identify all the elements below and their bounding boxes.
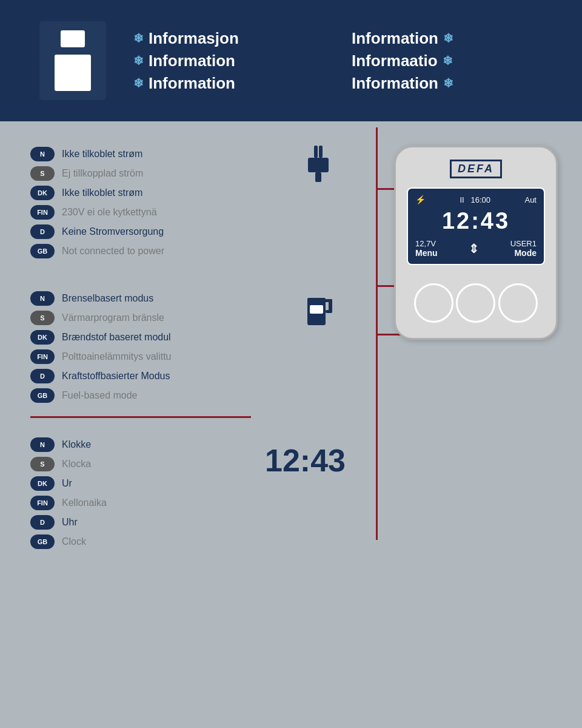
logo: [24, 12, 121, 109]
label-row-fin-power: FIN 230V ei ole kytkettynä: [30, 204, 346, 221]
label-row-d-fuel: D Kraftstoffbasierter Modus: [30, 368, 346, 385]
logo-icon: [33, 15, 112, 106]
text-gb-fuel: Fuel-based mode: [62, 390, 138, 401]
svg-rect-10: [329, 299, 332, 311]
text-fin-power: 230V ei ole kytkettynä: [62, 207, 157, 218]
text-dk-power: Ikke tilkoblet strøm: [62, 187, 142, 198]
badge-gb-power: GB: [30, 244, 55, 258]
screen-mode-text: II: [460, 195, 464, 204]
screen-voltage: 12,7V: [415, 239, 438, 248]
section-power: N Ikke tilkoblet strøm S Ej tillkopplad …: [30, 146, 346, 260]
text-dk-fuel: Brændstof baseret modul: [62, 332, 171, 343]
label-row-fin-fuel: FIN Polttoainelämmitys valittu: [30, 348, 346, 365]
svg-rect-1: [61, 30, 85, 47]
device-buttons: [407, 277, 545, 326]
left-panel: N Ikke tilkoblet strøm S Ej tillkopplad …: [30, 146, 346, 550]
badge-d-fuel: D: [30, 369, 55, 383]
snowflake-icon-6: ❄: [443, 76, 453, 90]
svg-rect-3: [314, 146, 318, 158]
text-dk-clock: Ur: [62, 478, 72, 489]
label-row-gb-fuel: GB Fuel-based mode: [30, 387, 346, 404]
fuel-svg: [306, 293, 333, 326]
text-d-power: Keine Stromversorgung: [62, 226, 164, 237]
svg-rect-2: [55, 55, 91, 91]
snowflake-icon-3: ❄: [133, 76, 144, 90]
clock-time-display: 12:43: [265, 436, 346, 479]
badge-dk-power: DK: [30, 186, 55, 200]
text-fin-fuel: Polttoainelämmitys valittu: [62, 351, 172, 362]
screen-mode-indicator: II 16:00: [460, 195, 490, 204]
screen-mode-display: USER1 Mode: [510, 239, 537, 258]
device-brand: DEFA: [407, 160, 545, 178]
screen-mode-value: USER1: [510, 239, 537, 248]
snowflake-icon-5: ❄: [443, 53, 453, 68]
label-row-fin-clock: FIN Kellonaika: [30, 494, 247, 511]
screen-plug-icon: ⚡: [415, 195, 426, 204]
screen-divider-icon: ⇕: [469, 241, 479, 256]
device-brand-text: DEFA: [450, 160, 502, 178]
badge-s-clock: S: [30, 457, 55, 471]
snowflake-icon-4: ❄: [443, 31, 453, 46]
svg-rect-11: [326, 310, 332, 313]
section-clock: N Klokke S Klocka DK Ur FIN: [30, 436, 346, 550]
label-row-n-power: N Ikke tilkoblet strøm: [30, 146, 346, 163]
section-fuel: N Brenselbasert modus S Värmarprogram br…: [30, 290, 346, 404]
right-panel: DEFA ⚡ II 16:00 Aut: [346, 146, 552, 550]
screen-time-text: 16:00: [471, 195, 491, 204]
text-gb-clock: Clock: [62, 536, 86, 547]
device-button-1[interactable]: [414, 283, 453, 323]
text-s-power: Ej tillkopplad ström: [62, 168, 143, 179]
text-d-clock: Uhr: [62, 517, 78, 528]
clock-labels: N Klokke S Klocka DK Ur FIN: [30, 436, 247, 550]
device-button-2[interactable]: [456, 283, 495, 323]
device-body: DEFA ⚡ II 16:00 Aut: [394, 146, 558, 340]
badge-n-power: N: [30, 147, 55, 161]
label-row-gb-clock: GB Clock: [30, 533, 247, 550]
label-row-d-clock: D Uhr: [30, 514, 247, 531]
main-content: N Ikke tilkoblet strøm S Ej tillkopplad …: [0, 121, 582, 575]
badge-fin-power: FIN: [30, 205, 55, 220]
text-s-fuel: Värmarprogram bränsle: [62, 312, 164, 323]
screen-big-time: 12:43: [415, 208, 537, 234]
device: DEFA ⚡ II 16:00 Aut: [394, 146, 558, 340]
badge-dk-fuel: DK: [30, 330, 55, 345]
device-button-3[interactable]: [498, 283, 538, 323]
header-line-1: ❄ Informasjon: [133, 29, 340, 48]
header-line-4: Information ❄: [352, 29, 558, 48]
screen-bottom-row: 12,7V Menu ⇕ USER1 Mode: [415, 239, 537, 258]
badge-s-power: S: [30, 166, 55, 181]
text-fin-clock: Kellonaika: [62, 497, 107, 508]
fuel-icon: [306, 293, 333, 329]
badge-fin-clock: FIN: [30, 496, 55, 510]
header-text-2: Information: [149, 52, 235, 70]
screen-menu-label: Menu: [415, 248, 438, 258]
label-row-s-power: S Ej tillkopplad ström: [30, 165, 346, 182]
header-text-4: Information: [352, 29, 438, 48]
header-text-5: Informaatio: [352, 52, 438, 70]
badge-fin-fuel: FIN: [30, 349, 55, 364]
screen-voltage-menu: 12,7V Menu: [415, 239, 438, 258]
header-line-6: Information ❄: [352, 74, 558, 93]
badge-dk-clock: DK: [30, 476, 55, 491]
svg-rect-8: [307, 298, 326, 304]
label-row-n-clock: N Klokke: [30, 436, 247, 453]
label-row-s-clock: S Klocka: [30, 456, 247, 473]
badge-d-clock: D: [30, 515, 55, 530]
text-n-clock: Klokke: [62, 439, 91, 450]
header-text: ❄ Informasjon ❄ Information ❄ Informatio…: [121, 29, 558, 93]
screen-aut-text: Aut: [524, 195, 537, 204]
badge-d-power: D: [30, 224, 55, 239]
header-line-5: Informaatio ❄: [352, 52, 558, 70]
label-row-d-power: D Keine Stromversorgung: [30, 223, 346, 240]
plug-svg: [303, 146, 333, 182]
badge-n-clock: N: [30, 437, 55, 452]
svg-rect-12: [310, 305, 323, 314]
header-col-1: ❄ Informasjon ❄ Information ❄ Informatio…: [133, 29, 340, 93]
header-text-6: Information: [352, 74, 438, 93]
fuel-labels: N Brenselbasert modus S Värmarprogram br…: [30, 290, 346, 404]
label-row-n-fuel: N Brenselbasert modus: [30, 290, 346, 307]
text-n-fuel: Brenselbasert modus: [62, 293, 153, 304]
header-line-2: ❄ Information: [133, 52, 340, 70]
text-gb-power: Not connected to power: [62, 246, 164, 257]
label-row-dk-clock: DK Ur: [30, 475, 247, 492]
